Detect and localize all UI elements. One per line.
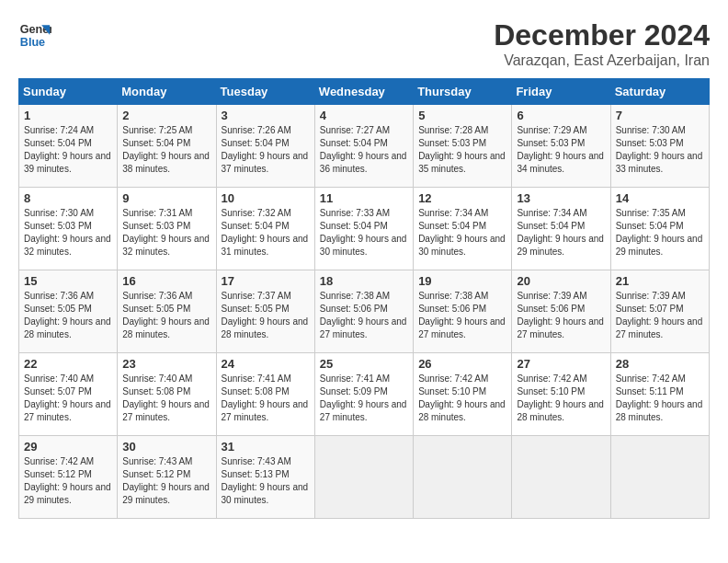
day-number: 10	[222, 191, 310, 205]
day-detail: Sunrise: 7:24 AMSunset: 5:04 PMDaylight:…	[24, 124, 112, 176]
empty-cell	[414, 436, 512, 519]
calendar-day-3: 3Sunrise: 7:26 AMSunset: 5:04 PMDaylight…	[216, 105, 314, 188]
day-number: 4	[320, 109, 408, 122]
day-detail: Sunrise: 7:39 AMSunset: 5:07 PMDaylight:…	[616, 290, 704, 341]
calendar-day-12: 12Sunrise: 7:34 AMSunset: 5:04 PMDayligh…	[414, 188, 512, 270]
day-number: 30	[122, 440, 210, 454]
calendar-day-19: 19Sunrise: 7:38 AMSunset: 5:06 PMDayligh…	[414, 270, 512, 353]
day-number: 28	[616, 357, 704, 371]
day-header-saturday: Saturday	[610, 79, 709, 105]
calendar-day-14: 14Sunrise: 7:35 AMSunset: 5:04 PMDayligh…	[610, 188, 709, 270]
day-number: 13	[517, 191, 605, 205]
day-detail: Sunrise: 7:42 AMSunset: 5:10 PMDaylight:…	[517, 373, 605, 424]
day-number: 12	[418, 191, 506, 205]
day-number: 23	[122, 357, 210, 371]
day-number: 2	[122, 109, 210, 122]
day-detail: Sunrise: 7:35 AMSunset: 5:04 PMDaylight:…	[616, 207, 704, 259]
day-detail: Sunrise: 7:38 AMSunset: 5:06 PMDaylight:…	[418, 290, 506, 341]
calendar-day-15: 15Sunrise: 7:36 AMSunset: 5:05 PMDayligh…	[19, 270, 118, 353]
day-number: 27	[517, 357, 605, 371]
day-detail: Sunrise: 7:34 AMSunset: 5:04 PMDaylight:…	[517, 207, 605, 259]
calendar-day-29: 29Sunrise: 7:42 AMSunset: 5:12 PMDayligh…	[19, 436, 118, 519]
day-number: 31	[222, 440, 310, 454]
calendar-day-1: 1Sunrise: 7:24 AMSunset: 5:04 PMDaylight…	[19, 105, 118, 188]
calendar-day-28: 28Sunrise: 7:42 AMSunset: 5:11 PMDayligh…	[610, 353, 709, 436]
calendar-week-4: 22Sunrise: 7:40 AMSunset: 5:07 PMDayligh…	[19, 353, 710, 436]
empty-cell	[512, 436, 610, 519]
logo-icon: General Blue	[18, 18, 51, 52]
calendar-day-18: 18Sunrise: 7:38 AMSunset: 5:06 PMDayligh…	[314, 270, 413, 353]
day-number: 15	[24, 274, 112, 288]
calendar-week-1: 1Sunrise: 7:24 AMSunset: 5:04 PMDaylight…	[19, 105, 710, 188]
day-detail: Sunrise: 7:26 AMSunset: 5:04 PMDaylight:…	[222, 124, 310, 176]
day-number: 18	[320, 274, 408, 288]
day-header-sunday: Sunday	[19, 79, 118, 105]
calendar-day-2: 2Sunrise: 7:25 AMSunset: 5:04 PMDaylight…	[118, 105, 216, 188]
day-header-thursday: Thursday	[414, 79, 512, 105]
day-number: 29	[24, 440, 112, 454]
calendar-day-21: 21Sunrise: 7:39 AMSunset: 5:07 PMDayligh…	[610, 270, 709, 353]
day-detail: Sunrise: 7:40 AMSunset: 5:07 PMDaylight:…	[24, 373, 112, 424]
main-title: December 2024	[494, 18, 710, 52]
day-detail: Sunrise: 7:41 AMSunset: 5:09 PMDaylight:…	[320, 373, 408, 424]
calendar-day-6: 6Sunrise: 7:29 AMSunset: 5:03 PMDaylight…	[512, 105, 610, 188]
day-detail: Sunrise: 7:43 AMSunset: 5:12 PMDaylight:…	[122, 455, 210, 507]
subtitle: Varazqan, East Azerbaijan, Iran	[494, 52, 710, 69]
day-detail: Sunrise: 7:36 AMSunset: 5:05 PMDaylight:…	[122, 290, 210, 341]
day-detail: Sunrise: 7:39 AMSunset: 5:06 PMDaylight:…	[517, 290, 605, 341]
day-header-wednesday: Wednesday	[314, 79, 413, 105]
day-number: 6	[517, 109, 605, 122]
day-detail: Sunrise: 7:36 AMSunset: 5:05 PMDaylight:…	[24, 290, 112, 341]
day-number: 20	[517, 274, 605, 288]
calendar-week-5: 29Sunrise: 7:42 AMSunset: 5:12 PMDayligh…	[19, 436, 710, 519]
day-number: 14	[616, 191, 704, 205]
calendar-day-11: 11Sunrise: 7:33 AMSunset: 5:04 PMDayligh…	[314, 188, 413, 270]
calendar-day-30: 30Sunrise: 7:43 AMSunset: 5:12 PMDayligh…	[118, 436, 216, 519]
calendar-day-13: 13Sunrise: 7:34 AMSunset: 5:04 PMDayligh…	[512, 188, 610, 270]
empty-cell	[610, 436, 709, 519]
day-header-friday: Friday	[512, 79, 610, 105]
day-detail: Sunrise: 7:25 AMSunset: 5:04 PMDaylight:…	[122, 124, 210, 176]
day-detail: Sunrise: 7:38 AMSunset: 5:06 PMDaylight:…	[320, 290, 408, 341]
day-detail: Sunrise: 7:28 AMSunset: 5:03 PMDaylight:…	[418, 124, 506, 176]
day-detail: Sunrise: 7:40 AMSunset: 5:08 PMDaylight:…	[122, 373, 210, 424]
day-detail: Sunrise: 7:31 AMSunset: 5:03 PMDaylight:…	[122, 207, 210, 259]
calendar-day-16: 16Sunrise: 7:36 AMSunset: 5:05 PMDayligh…	[118, 270, 216, 353]
day-number: 3	[222, 109, 310, 122]
day-header-monday: Monday	[118, 79, 216, 105]
calendar-day-4: 4Sunrise: 7:27 AMSunset: 5:04 PMDaylight…	[314, 105, 413, 188]
day-number: 17	[222, 274, 310, 288]
calendar-header-row: SundayMondayTuesdayWednesdayThursdayFrid…	[19, 79, 710, 105]
calendar-day-25: 25Sunrise: 7:41 AMSunset: 5:09 PMDayligh…	[314, 353, 413, 436]
calendar-day-7: 7Sunrise: 7:30 AMSunset: 5:03 PMDaylight…	[610, 105, 709, 188]
logo: General Blue	[18, 18, 51, 52]
calendar-day-26: 26Sunrise: 7:42 AMSunset: 5:10 PMDayligh…	[414, 353, 512, 436]
calendar-day-27: 27Sunrise: 7:42 AMSunset: 5:10 PMDayligh…	[512, 353, 610, 436]
day-number: 25	[320, 357, 408, 371]
svg-text:Blue: Blue	[20, 36, 45, 49]
calendar-day-5: 5Sunrise: 7:28 AMSunset: 5:03 PMDaylight…	[414, 105, 512, 188]
day-number: 7	[616, 109, 704, 122]
calendar-day-20: 20Sunrise: 7:39 AMSunset: 5:06 PMDayligh…	[512, 270, 610, 353]
header: General Blue December 2024 Varazqan, Eas…	[18, 18, 710, 69]
day-detail: Sunrise: 7:32 AMSunset: 5:04 PMDaylight:…	[222, 207, 310, 259]
calendar-day-10: 10Sunrise: 7:32 AMSunset: 5:04 PMDayligh…	[216, 188, 314, 270]
day-detail: Sunrise: 7:37 AMSunset: 5:05 PMDaylight:…	[222, 290, 310, 341]
day-detail: Sunrise: 7:30 AMSunset: 5:03 PMDaylight:…	[616, 124, 704, 176]
empty-cell	[314, 436, 413, 519]
title-area: December 2024 Varazqan, East Azerbaijan,…	[494, 18, 710, 69]
day-number: 16	[122, 274, 210, 288]
day-number: 22	[24, 357, 112, 371]
day-number: 26	[418, 357, 506, 371]
day-detail: Sunrise: 7:33 AMSunset: 5:04 PMDaylight:…	[320, 207, 408, 259]
day-detail: Sunrise: 7:29 AMSunset: 5:03 PMDaylight:…	[517, 124, 605, 176]
day-number: 21	[616, 274, 704, 288]
day-number: 9	[122, 191, 210, 205]
day-detail: Sunrise: 7:30 AMSunset: 5:03 PMDaylight:…	[24, 207, 112, 259]
day-detail: Sunrise: 7:42 AMSunset: 5:10 PMDaylight:…	[418, 373, 506, 424]
calendar-day-9: 9Sunrise: 7:31 AMSunset: 5:03 PMDaylight…	[118, 188, 216, 270]
calendar-day-22: 22Sunrise: 7:40 AMSunset: 5:07 PMDayligh…	[19, 353, 118, 436]
calendar: SundayMondayTuesdayWednesdayThursdayFrid…	[18, 78, 710, 519]
day-number: 5	[418, 109, 506, 122]
day-detail: Sunrise: 7:42 AMSunset: 5:12 PMDaylight:…	[24, 455, 112, 507]
